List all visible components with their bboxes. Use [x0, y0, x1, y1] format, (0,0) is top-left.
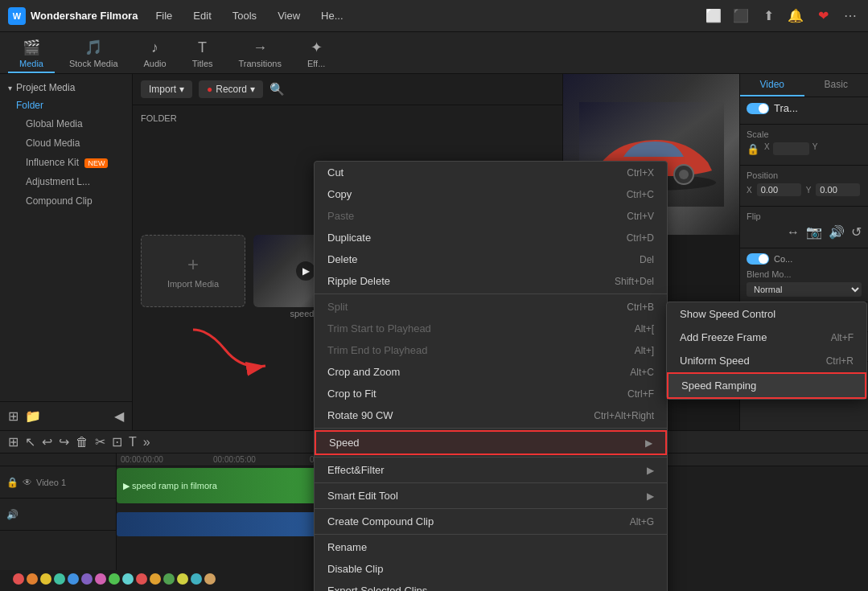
cm-export-label: Export Selected Clips: [327, 585, 427, 591]
sidebar-item-influence-kit[interactable]: Influence Kit NEW: [8, 153, 124, 172]
cm-copy[interactable]: Copy Ctrl+C: [315, 183, 667, 205]
cm-crop-zoom[interactable]: Crop and Zoom Alt+C: [315, 361, 667, 383]
sm-speed-ramping[interactable]: Speed Ramping: [667, 372, 866, 399]
folder-icon[interactable]: 📁: [25, 408, 41, 424]
audio-clip[interactable]: [117, 512, 342, 536]
search-icon[interactable]: 🔍: [269, 82, 285, 96]
tab-transitions[interactable]: → Transitions: [228, 36, 293, 73]
record-button[interactable]: ● Record ▾: [199, 80, 263, 98]
rpanel-tab-video[interactable]: Video: [740, 74, 804, 96]
tab-titles[interactable]: T Titles: [181, 36, 224, 73]
tab-media[interactable]: 🎬 Media: [8, 35, 55, 73]
sm-freeze-frame[interactable]: Add Freeze Frame Alt+F: [667, 326, 866, 349]
track-audio-icon[interactable]: 🔊: [6, 509, 19, 520]
tab-effects[interactable]: ✦ Eff...: [296, 35, 336, 73]
cm-duplicate[interactable]: Duplicate Ctrl+D: [315, 227, 667, 248]
tl-icon-select[interactable]: ↖: [25, 434, 35, 449]
cm-rotate[interactable]: Rotate 90 CW Ctrl+Alt+Right: [315, 404, 667, 426]
menu-tools[interactable]: Tools: [229, 8, 260, 23]
lock-icon[interactable]: 🔒: [747, 143, 759, 155]
menu-edit[interactable]: Edit: [190, 8, 214, 23]
cm-ripple-delete[interactable]: Ripple Delete Shift+Del: [315, 270, 667, 292]
color-swatch-1[interactable]: [27, 573, 38, 585]
color-swatch-6[interactable]: [95, 573, 106, 585]
cm-crop-fit[interactable]: Crop to Fit Ctrl+F: [315, 383, 667, 404]
tabbar: 🎬 Media 🎵 Stock Media ♪ Audio T Titles →…: [0, 32, 868, 74]
sm-show-speed[interactable]: Show Speed Control: [667, 302, 866, 326]
topbar-icon-1[interactable]: ⬜: [704, 6, 723, 26]
audio-icon: ♪: [151, 39, 158, 56]
color-swatch-9[interactable]: [136, 573, 147, 585]
blend-mode-select[interactable]: Normal: [747, 282, 862, 297]
cm-cut[interactable]: Cut Ctrl+X: [315, 162, 667, 183]
sidebar-item-compound-clip[interactable]: Compound Clip: [8, 191, 124, 211]
pos-y-input[interactable]: [816, 183, 860, 196]
scale-x-label: X: [764, 142, 770, 155]
cm-export-selected[interactable]: Export Selected Clips: [315, 580, 667, 591]
color-swatch-4[interactable]: [68, 573, 79, 585]
scale-x-input[interactable]: [773, 142, 809, 155]
stock-media-icon: 🎵: [84, 39, 102, 56]
flip-camera-icon[interactable]: 📷: [806, 224, 822, 240]
tl-icon-grid[interactable]: ⊞: [8, 434, 19, 449]
cm-speed[interactable]: Speed ▶: [315, 430, 667, 455]
tl-icon-more[interactable]: »: [143, 435, 150, 449]
tl-icon-redo[interactable]: ↪: [59, 434, 69, 449]
video-clip[interactable]: ▶ speed ramp in filmora: [117, 468, 342, 503]
color-swatch-12[interactable]: [177, 573, 188, 585]
cm-smart-edit[interactable]: Smart Edit Tool ▶: [315, 485, 667, 507]
color-swatch-3[interactable]: [54, 573, 65, 585]
tl-icon-text[interactable]: T: [129, 435, 137, 449]
color-swatch-11[interactable]: [163, 573, 175, 585]
topbar-icon-2[interactable]: ⬛: [731, 6, 751, 26]
tl-icon-crop[interactable]: ⊡: [112, 434, 122, 449]
cm-disable-clip[interactable]: Disable Clip: [315, 558, 667, 580]
position-label: Position: [747, 170, 862, 180]
menu-help[interactable]: He...: [318, 8, 346, 23]
add-folder-icon[interactable]: ⊞: [8, 408, 19, 424]
pos-x-input[interactable]: [757, 183, 801, 196]
color-swatch-0[interactable]: [13, 573, 24, 585]
flip-audio-icon[interactable]: 🔊: [829, 224, 845, 240]
sidebar-item-global-media[interactable]: Global Media: [8, 114, 124, 133]
import-button[interactable]: Import ▾: [141, 80, 192, 98]
topbar-icon-3[interactable]: ⬆: [759, 6, 778, 26]
sidebar-item-cloud-media[interactable]: Cloud Media: [8, 133, 124, 153]
cm-effect-filter[interactable]: Effect&Filter ▶: [315, 459, 667, 481]
cm-sep-5: [315, 508, 667, 509]
tab-audio[interactable]: ♪ Audio: [133, 36, 178, 73]
rpanel-tab-basic[interactable]: Basic: [804, 74, 869, 96]
tl-icon-cut[interactable]: ✂: [95, 434, 105, 449]
topbar-icon-5[interactable]: ❤: [813, 6, 833, 26]
transform-toggle[interactable]: [747, 103, 769, 114]
menu-view[interactable]: View: [274, 8, 303, 23]
color-swatch-10[interactable]: [150, 573, 161, 585]
tl-icon-undo[interactable]: ↩: [42, 434, 52, 449]
cm-compound-clip[interactable]: Create Compound Clip Alt+G: [315, 511, 667, 532]
cm-rename[interactable]: Rename: [315, 536, 667, 558]
import-media-card[interactable]: + Import Media: [141, 235, 245, 307]
topbar-icon-6[interactable]: ⋯: [841, 6, 860, 26]
sidebar-item-adjustment[interactable]: Adjustment L...: [8, 172, 124, 191]
cm-ripple-shortcut: Shift+Del: [615, 276, 654, 287]
color-swatch-13[interactable]: [191, 573, 202, 585]
topbar-icon-4[interactable]: 🔔: [786, 6, 805, 26]
color-swatch-14[interactable]: [204, 573, 216, 585]
co-toggle[interactable]: [747, 253, 769, 265]
color-swatch-2[interactable]: [40, 573, 51, 585]
sm-uniform-speed[interactable]: Uniform Speed Ctrl+R: [667, 349, 866, 372]
color-swatch-8[interactable]: [122, 573, 134, 585]
cm-delete[interactable]: Delete Del: [315, 248, 667, 270]
transform-section: Tra...: [740, 97, 868, 125]
flip-rotate-icon[interactable]: ↺: [851, 224, 862, 240]
track-eye-icon[interactable]: 👁: [23, 477, 32, 488]
tab-stock-media[interactable]: 🎵 Stock Media: [58, 35, 130, 73]
color-swatch-7[interactable]: [109, 573, 120, 585]
collapse-icon[interactable]: ◀: [114, 408, 124, 424]
project-media-header[interactable]: ▾ Project Media: [8, 79, 124, 96]
color-swatch-5[interactable]: [81, 573, 93, 585]
track-lock-icon[interactable]: 🔒: [6, 477, 19, 488]
flip-h-icon[interactable]: ↔: [787, 225, 800, 240]
tl-icon-delete[interactable]: 🗑: [76, 435, 88, 449]
menu-file[interactable]: File: [152, 8, 175, 23]
